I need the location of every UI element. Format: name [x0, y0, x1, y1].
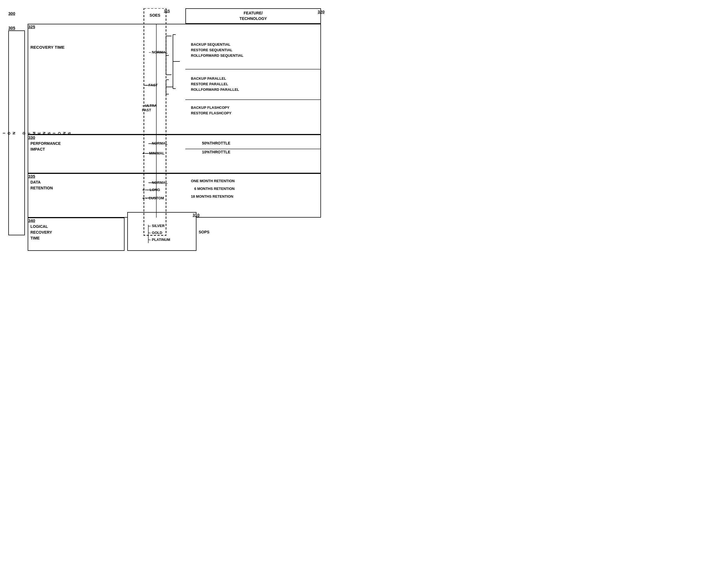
section-325: [28, 24, 321, 134]
sops-box: [127, 212, 197, 251]
app-dimensions-box: APPLICATIONDIMENSIONS: [8, 30, 25, 235]
data-retention-label: DATARETENTION: [30, 179, 53, 191]
label-310: 310: [192, 212, 200, 217]
perf-impact-label: PERFORMANCEIMPACT: [30, 141, 61, 152]
section-335: [28, 173, 321, 218]
svg-text:SOES: SOES: [150, 13, 160, 18]
recovery-time-label: RECOVERY TIME: [30, 44, 64, 51]
svg-text:315: 315: [164, 9, 170, 13]
sops-label: SOPS: [199, 230, 209, 234]
diagram-container: 300 305 APPLICATIONDIMENSIONS FEATURE/TE…: [8, 8, 324, 252]
logical-recovery-label: LOGICALRECOVERYTIME: [30, 224, 52, 241]
section-330: [28, 134, 321, 173]
label-300: 300: [8, 11, 15, 16]
label-305: 305: [8, 25, 15, 30]
label-320: 320: [318, 9, 324, 14]
feature-header-text: FEATURE/TECHNOLOGY: [240, 10, 267, 21]
feature-header-box: FEATURE/TECHNOLOGY: [185, 8, 321, 24]
